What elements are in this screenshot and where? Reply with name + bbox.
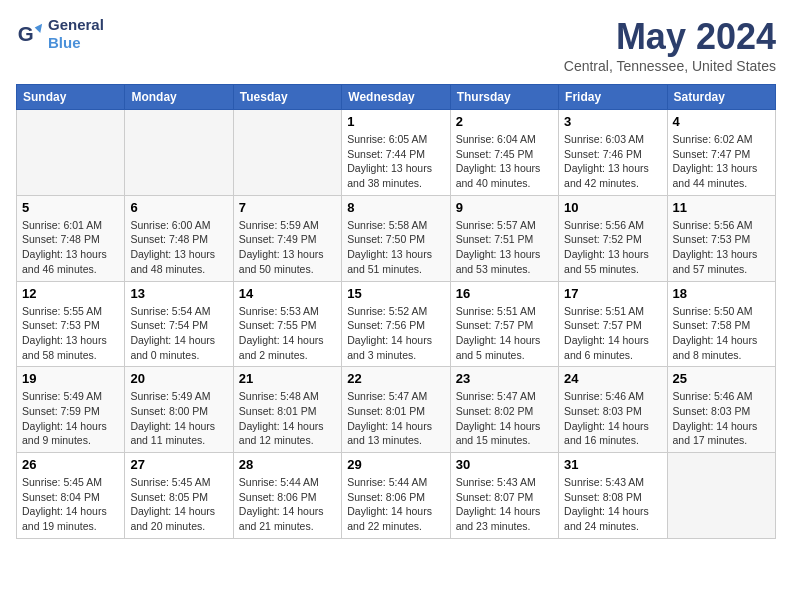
day-info: Sunrise: 5:48 AMSunset: 8:01 PMDaylight:… xyxy=(239,389,336,448)
calendar-cell: 22 Sunrise: 5:47 AMSunset: 8:01 PMDaylig… xyxy=(342,367,450,453)
day-info: Sunrise: 5:55 AMSunset: 7:53 PMDaylight:… xyxy=(22,304,119,363)
month-title: May 2024 xyxy=(564,16,776,58)
week-row-3: 12 Sunrise: 5:55 AMSunset: 7:53 PMDaylig… xyxy=(17,281,776,367)
calendar-cell: 24 Sunrise: 5:46 AMSunset: 8:03 PMDaylig… xyxy=(559,367,667,453)
header-tuesday: Tuesday xyxy=(233,85,341,110)
day-info: Sunrise: 5:56 AMSunset: 7:52 PMDaylight:… xyxy=(564,218,661,277)
day-number: 5 xyxy=(22,200,119,215)
day-number: 26 xyxy=(22,457,119,472)
day-number: 12 xyxy=(22,286,119,301)
calendar-cell: 11 Sunrise: 5:56 AMSunset: 7:53 PMDaylig… xyxy=(667,195,775,281)
day-number: 27 xyxy=(130,457,227,472)
day-info: Sunrise: 5:52 AMSunset: 7:56 PMDaylight:… xyxy=(347,304,444,363)
day-number: 3 xyxy=(564,114,661,129)
day-number: 21 xyxy=(239,371,336,386)
day-info: Sunrise: 5:51 AMSunset: 7:57 PMDaylight:… xyxy=(564,304,661,363)
day-info: Sunrise: 5:46 AMSunset: 8:03 PMDaylight:… xyxy=(564,389,661,448)
day-number: 28 xyxy=(239,457,336,472)
day-number: 19 xyxy=(22,371,119,386)
header-friday: Friday xyxy=(559,85,667,110)
day-info: Sunrise: 5:49 AMSunset: 8:00 PMDaylight:… xyxy=(130,389,227,448)
day-info: Sunrise: 5:59 AMSunset: 7:49 PMDaylight:… xyxy=(239,218,336,277)
calendar-cell: 28 Sunrise: 5:44 AMSunset: 8:06 PMDaylig… xyxy=(233,453,341,539)
calendar-cell xyxy=(233,110,341,196)
day-info: Sunrise: 6:02 AMSunset: 7:47 PMDaylight:… xyxy=(673,132,770,191)
day-info: Sunrise: 5:45 AMSunset: 8:04 PMDaylight:… xyxy=(22,475,119,534)
logo-text: General Blue xyxy=(48,16,104,52)
day-number: 10 xyxy=(564,200,661,215)
day-info: Sunrise: 5:58 AMSunset: 7:50 PMDaylight:… xyxy=(347,218,444,277)
calendar-header-row: Sunday Monday Tuesday Wednesday Thursday… xyxy=(17,85,776,110)
day-number: 15 xyxy=(347,286,444,301)
calendar-cell: 1 Sunrise: 6:05 AMSunset: 7:44 PMDayligh… xyxy=(342,110,450,196)
day-number: 16 xyxy=(456,286,553,301)
day-info: Sunrise: 6:01 AMSunset: 7:48 PMDaylight:… xyxy=(22,218,119,277)
day-info: Sunrise: 6:04 AMSunset: 7:45 PMDaylight:… xyxy=(456,132,553,191)
day-number: 25 xyxy=(673,371,770,386)
calendar-cell: 25 Sunrise: 5:46 AMSunset: 8:03 PMDaylig… xyxy=(667,367,775,453)
header-wednesday: Wednesday xyxy=(342,85,450,110)
calendar-cell xyxy=(125,110,233,196)
day-number: 6 xyxy=(130,200,227,215)
calendar-cell: 4 Sunrise: 6:02 AMSunset: 7:47 PMDayligh… xyxy=(667,110,775,196)
day-info: Sunrise: 5:45 AMSunset: 8:05 PMDaylight:… xyxy=(130,475,227,534)
day-info: Sunrise: 5:51 AMSunset: 7:57 PMDaylight:… xyxy=(456,304,553,363)
header-monday: Monday xyxy=(125,85,233,110)
calendar-cell: 21 Sunrise: 5:48 AMSunset: 8:01 PMDaylig… xyxy=(233,367,341,453)
day-info: Sunrise: 5:43 AMSunset: 8:07 PMDaylight:… xyxy=(456,475,553,534)
day-number: 24 xyxy=(564,371,661,386)
calendar-cell: 29 Sunrise: 5:44 AMSunset: 8:06 PMDaylig… xyxy=(342,453,450,539)
day-number: 18 xyxy=(673,286,770,301)
calendar-cell: 3 Sunrise: 6:03 AMSunset: 7:46 PMDayligh… xyxy=(559,110,667,196)
day-number: 4 xyxy=(673,114,770,129)
calendar-cell: 20 Sunrise: 5:49 AMSunset: 8:00 PMDaylig… xyxy=(125,367,233,453)
day-number: 8 xyxy=(347,200,444,215)
calendar-table: Sunday Monday Tuesday Wednesday Thursday… xyxy=(16,84,776,539)
day-info: Sunrise: 5:50 AMSunset: 7:58 PMDaylight:… xyxy=(673,304,770,363)
day-info: Sunrise: 5:47 AMSunset: 8:01 PMDaylight:… xyxy=(347,389,444,448)
day-info: Sunrise: 5:47 AMSunset: 8:02 PMDaylight:… xyxy=(456,389,553,448)
calendar-cell: 27 Sunrise: 5:45 AMSunset: 8:05 PMDaylig… xyxy=(125,453,233,539)
day-number: 13 xyxy=(130,286,227,301)
day-number: 23 xyxy=(456,371,553,386)
day-info: Sunrise: 5:46 AMSunset: 8:03 PMDaylight:… xyxy=(673,389,770,448)
day-number: 22 xyxy=(347,371,444,386)
calendar-cell: 6 Sunrise: 6:00 AMSunset: 7:48 PMDayligh… xyxy=(125,195,233,281)
svg-marker-1 xyxy=(35,24,42,33)
day-number: 30 xyxy=(456,457,553,472)
logo-line2: Blue xyxy=(48,34,104,52)
calendar-cell: 30 Sunrise: 5:43 AMSunset: 8:07 PMDaylig… xyxy=(450,453,558,539)
calendar-cell xyxy=(17,110,125,196)
calendar-cell: 12 Sunrise: 5:55 AMSunset: 7:53 PMDaylig… xyxy=(17,281,125,367)
week-row-4: 19 Sunrise: 5:49 AMSunset: 7:59 PMDaylig… xyxy=(17,367,776,453)
day-info: Sunrise: 6:03 AMSunset: 7:46 PMDaylight:… xyxy=(564,132,661,191)
page-header: G General Blue May 2024 Central, Tenness… xyxy=(16,16,776,74)
week-row-5: 26 Sunrise: 5:45 AMSunset: 8:04 PMDaylig… xyxy=(17,453,776,539)
header-thursday: Thursday xyxy=(450,85,558,110)
week-row-2: 5 Sunrise: 6:01 AMSunset: 7:48 PMDayligh… xyxy=(17,195,776,281)
calendar-cell: 17 Sunrise: 5:51 AMSunset: 7:57 PMDaylig… xyxy=(559,281,667,367)
calendar-cell: 15 Sunrise: 5:52 AMSunset: 7:56 PMDaylig… xyxy=(342,281,450,367)
calendar-cell: 31 Sunrise: 5:43 AMSunset: 8:08 PMDaylig… xyxy=(559,453,667,539)
calendar-cell: 8 Sunrise: 5:58 AMSunset: 7:50 PMDayligh… xyxy=(342,195,450,281)
header-sunday: Sunday xyxy=(17,85,125,110)
logo-icon: G xyxy=(16,20,44,48)
title-area: May 2024 Central, Tennessee, United Stat… xyxy=(564,16,776,74)
svg-text:G: G xyxy=(18,22,34,45)
day-info: Sunrise: 6:05 AMSunset: 7:44 PMDaylight:… xyxy=(347,132,444,191)
day-number: 2 xyxy=(456,114,553,129)
calendar-cell: 2 Sunrise: 6:04 AMSunset: 7:45 PMDayligh… xyxy=(450,110,558,196)
calendar-cell: 7 Sunrise: 5:59 AMSunset: 7:49 PMDayligh… xyxy=(233,195,341,281)
logo-line1: General xyxy=(48,16,104,34)
calendar-cell: 26 Sunrise: 5:45 AMSunset: 8:04 PMDaylig… xyxy=(17,453,125,539)
week-row-1: 1 Sunrise: 6:05 AMSunset: 7:44 PMDayligh… xyxy=(17,110,776,196)
calendar-cell: 5 Sunrise: 6:01 AMSunset: 7:48 PMDayligh… xyxy=(17,195,125,281)
calendar-cell xyxy=(667,453,775,539)
day-number: 1 xyxy=(347,114,444,129)
location: Central, Tennessee, United States xyxy=(564,58,776,74)
day-number: 14 xyxy=(239,286,336,301)
day-number: 31 xyxy=(564,457,661,472)
calendar-cell: 16 Sunrise: 5:51 AMSunset: 7:57 PMDaylig… xyxy=(450,281,558,367)
calendar-cell: 23 Sunrise: 5:47 AMSunset: 8:02 PMDaylig… xyxy=(450,367,558,453)
header-saturday: Saturday xyxy=(667,85,775,110)
